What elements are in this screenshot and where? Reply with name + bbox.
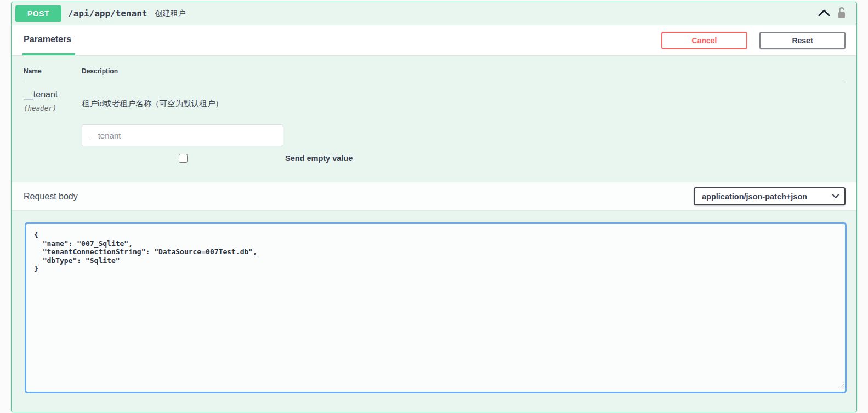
reset-button[interactable]: Reset (759, 32, 846, 49)
endpoint-summary: 创建租户 (155, 9, 186, 19)
unlocked-padlock-icon (837, 7, 847, 20)
send-empty-label[interactable]: Send empty value (285, 154, 353, 163)
tab-parameters[interactable]: Parameters (22, 25, 75, 55)
tab-parameters-label: Parameters (24, 35, 71, 44)
parameter-name: __tenant (24, 90, 82, 100)
content-type-select-wrap: application/json-patch+json (694, 187, 846, 205)
parameter-name-cell: __tenant (header) (24, 90, 82, 164)
request-body-text: { "name": "007_Sqlite", "tenantConnectio… (34, 231, 837, 273)
content-type-select[interactable]: application/json-patch+json (694, 187, 846, 205)
send-empty-checkbox[interactable] (179, 154, 188, 163)
column-header-description: Description (82, 67, 846, 75)
parameter-row: __tenant (header) 租户id或者租户名称（可空为默认租户） Se… (24, 82, 846, 164)
chevron-up-icon (818, 9, 830, 18)
request-body-json: { "name": "007_Sqlite", "tenantConnectio… (34, 231, 257, 273)
method-badge: POST (15, 5, 61, 22)
parameters-section: Name Description __tenant (header) 租户id或… (12, 55, 856, 175)
text-cursor (39, 265, 39, 273)
parameters-table-header: Name Description (24, 67, 846, 82)
parameter-location: (header) (24, 104, 82, 112)
send-empty-row: Send empty value (82, 153, 846, 164)
parameter-description-cell: 租户id或者租户名称（可空为默认租户） Send empty value (82, 90, 846, 164)
endpoint-path: /api/app/tenant (68, 8, 147, 19)
collapse-button[interactable] (815, 9, 833, 18)
tab-bar: Parameters Cancel Reset (12, 25, 856, 55)
opblock-post-tenant: POST /api/app/tenant 创建租户 Parameters Can… (11, 2, 857, 412)
authorize-button[interactable] (833, 7, 850, 20)
request-body-section: { "name": "007_Sqlite", "tenantConnectio… (12, 210, 856, 400)
resize-handle-icon[interactable] (838, 381, 844, 391)
column-header-name: Name (24, 67, 82, 75)
request-body-editor[interactable]: { "name": "007_Sqlite", "tenantConnectio… (25, 222, 847, 393)
request-body-label: Request body (24, 192, 78, 202)
cancel-button[interactable]: Cancel (661, 32, 747, 49)
parameter-description: 租户id或者租户名称（可空为默认租户） (82, 90, 846, 109)
endpoint-header[interactable]: POST /api/app/tenant 创建租户 (12, 2, 856, 25)
tenant-parameter-input[interactable] (82, 124, 283, 146)
request-body-header: Request body application/json-patch+json (12, 182, 856, 210)
